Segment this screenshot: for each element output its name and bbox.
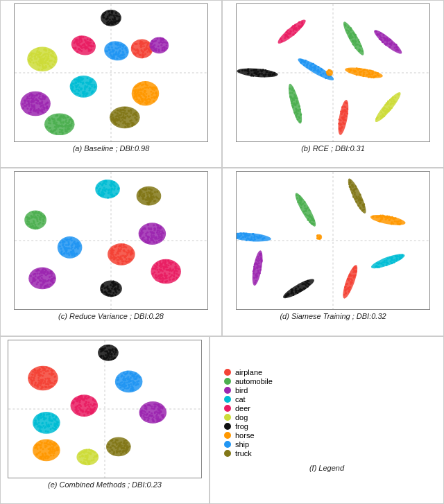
svg-point-513 — [79, 94, 81, 96]
svg-point-2070 — [175, 266, 177, 268]
svg-point-2543 — [308, 284, 310, 286]
svg-point-98 — [82, 36, 84, 38]
svg-point-1329 — [391, 101, 393, 103]
svg-point-2069 — [160, 265, 162, 267]
svg-point-2916 — [83, 414, 85, 416]
svg-point-445 — [37, 56, 39, 58]
svg-point-3191 — [45, 422, 47, 424]
svg-point-26 — [118, 19, 120, 21]
svg-point-1429 — [294, 24, 296, 26]
svg-point-2348 — [359, 194, 361, 196]
svg-point-2276 — [250, 236, 253, 238]
svg-point-2782 — [37, 385, 39, 388]
svg-point-1673 — [34, 227, 36, 229]
svg-point-1941 — [114, 254, 117, 256]
svg-point-3427 — [85, 462, 87, 464]
svg-point-2336 — [304, 201, 306, 203]
svg-point-3363 — [116, 444, 118, 446]
svg-point-1947 — [110, 251, 112, 253]
svg-point-2990 — [79, 404, 81, 406]
svg-point-2098 — [49, 277, 51, 279]
svg-point-1642 — [42, 223, 44, 225]
svg-point-3348 — [123, 440, 126, 442]
svg-point-961 — [135, 112, 137, 114]
svg-point-3075 — [146, 412, 148, 415]
svg-point-1858 — [61, 251, 63, 253]
svg-point-1949 — [112, 257, 114, 259]
svg-point-2429 — [379, 215, 382, 217]
svg-point-872 — [60, 115, 62, 117]
svg-point-2418 — [388, 220, 391, 222]
svg-point-2793 — [46, 386, 48, 388]
svg-point-1439 — [302, 23, 304, 25]
svg-point-2876 — [123, 387, 126, 389]
svg-point-2584 — [254, 282, 256, 284]
svg-point-271 — [140, 41, 142, 43]
svg-point-2318 — [313, 223, 315, 225]
svg-point-2169 — [47, 272, 49, 274]
plot-d: (d) Siamese Training ; DBI:0.32 — [222, 168, 444, 336]
svg-point-1950 — [120, 248, 122, 250]
svg-point-2032 — [156, 267, 158, 269]
svg-point-327 — [152, 46, 154, 48]
svg-point-2821 — [123, 376, 125, 378]
svg-point-1387 — [341, 113, 343, 115]
svg-point-411 — [53, 56, 56, 58]
svg-point-2612 — [253, 272, 255, 275]
svg-point-1053 — [325, 77, 327, 79]
svg-point-47 — [113, 15, 115, 17]
svg-point-3324 — [111, 449, 113, 451]
svg-point-1510 — [105, 189, 108, 191]
svg-point-2060 — [166, 275, 168, 277]
svg-point-3317 — [120, 453, 122, 455]
svg-point-3119 — [50, 423, 52, 425]
svg-point-950 — [117, 112, 119, 114]
svg-point-1828 — [69, 238, 71, 241]
svg-point-3272 — [51, 446, 53, 448]
svg-point-1222 — [368, 76, 370, 78]
svg-point-738 — [135, 96, 137, 98]
svg-point-2767 — [45, 383, 47, 385]
svg-point-1244 — [350, 69, 352, 71]
svg-point-1095 — [314, 69, 316, 71]
svg-point-1605 — [148, 188, 150, 190]
svg-point-868 — [67, 125, 69, 127]
svg-point-1093 — [302, 60, 304, 62]
svg-point-2423 — [398, 220, 400, 223]
svg-point-2025 — [161, 281, 163, 283]
svg-point-618 — [33, 101, 35, 103]
svg-point-874 — [66, 122, 68, 124]
svg-point-1239 — [348, 69, 350, 71]
svg-point-1191 — [354, 42, 356, 44]
svg-point-2029 — [165, 281, 167, 283]
svg-point-2085 — [30, 275, 32, 277]
svg-point-2953 — [85, 401, 87, 403]
svg-point-769 — [153, 89, 155, 91]
svg-point-42 — [103, 14, 105, 16]
svg-point-1942 — [128, 250, 130, 252]
svg-point-2975 — [88, 406, 90, 408]
svg-point-2890 — [133, 388, 135, 390]
svg-point-297 — [166, 44, 168, 46]
svg-point-3292 — [53, 454, 55, 456]
svg-point-1158 — [361, 50, 364, 52]
svg-point-366 — [46, 53, 48, 55]
svg-point-2524 — [353, 275, 355, 277]
svg-point-429 — [39, 53, 41, 55]
svg-point-1477 — [111, 188, 113, 190]
svg-point-113 — [92, 45, 94, 47]
svg-point-2171 — [37, 272, 39, 275]
svg-point-202 — [113, 55, 115, 58]
svg-point-1128 — [289, 87, 291, 89]
svg-point-3034 — [157, 416, 159, 418]
svg-point-1098 — [291, 87, 293, 89]
svg-point-250 — [132, 48, 134, 50]
svg-point-1784 — [60, 242, 62, 244]
svg-point-2499 — [352, 268, 355, 270]
svg-point-2163 — [41, 275, 43, 277]
svg-point-1432 — [298, 25, 300, 27]
svg-point-201 — [117, 55, 119, 57]
svg-point-1341 — [388, 110, 390, 112]
svg-point-1251 — [364, 69, 366, 71]
svg-point-2118 — [42, 281, 44, 284]
